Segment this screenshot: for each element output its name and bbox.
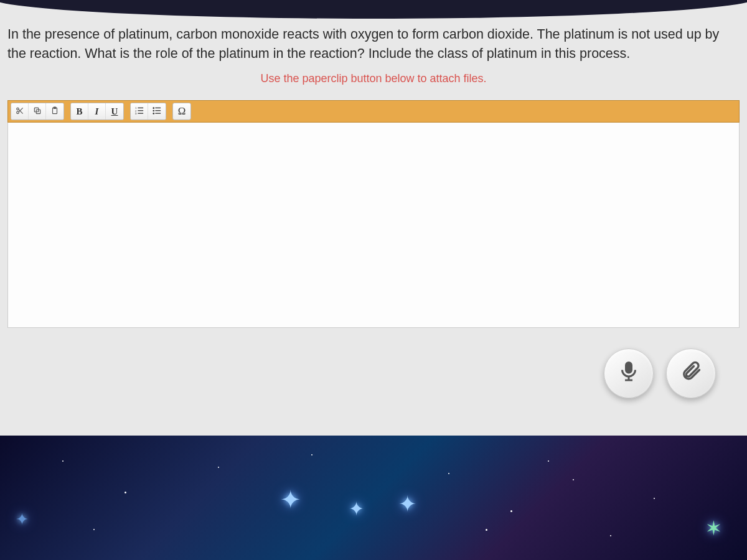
- omega-icon: Ω: [178, 105, 186, 118]
- list-group: 1 2 3: [130, 103, 166, 120]
- desktop-wallpaper: ✦ ✦ ✦ ✦ ✶: [0, 436, 747, 560]
- scissors-icon: [16, 106, 24, 117]
- svg-rect-18: [155, 110, 161, 111]
- copy-button[interactable]: [29, 103, 46, 119]
- microphone-icon: [618, 360, 640, 387]
- attach-hint-text: Use the paperclip button below to attach…: [7, 72, 740, 85]
- svg-rect-17: [155, 108, 161, 108]
- paperclip-icon: [680, 360, 702, 387]
- svg-rect-20: [626, 363, 632, 373]
- special-group: Ω: [172, 103, 191, 120]
- svg-rect-7: [54, 107, 56, 108]
- svg-rect-12: [138, 110, 143, 111]
- editor-textarea[interactable]: [7, 123, 740, 328]
- microphone-button[interactable]: [604, 348, 654, 398]
- answer-editor: B I U 1 2 3: [7, 100, 740, 328]
- unordered-list-icon: [153, 106, 161, 117]
- ordered-list-button[interactable]: 1 2 3: [131, 103, 148, 119]
- format-group: B I U: [70, 103, 124, 120]
- svg-rect-19: [155, 113, 161, 113]
- special-char-button[interactable]: Ω: [173, 103, 190, 119]
- clipboard-group: [11, 103, 64, 120]
- paperclip-button[interactable]: [666, 348, 716, 398]
- svg-point-15: [153, 110, 154, 112]
- attachment-buttons: [604, 348, 716, 398]
- underline-button[interactable]: U: [106, 103, 123, 119]
- unordered-list-button[interactable]: [148, 103, 166, 119]
- svg-point-14: [153, 107, 154, 109]
- italic-button[interactable]: I: [88, 103, 106, 119]
- editor-toolbar: B I U 1 2 3: [7, 100, 740, 123]
- svg-rect-13: [138, 113, 143, 113]
- svg-text:3: 3: [135, 112, 137, 115]
- copy-icon: [33, 106, 42, 117]
- bold-button[interactable]: B: [71, 103, 88, 119]
- paste-button[interactable]: [46, 103, 63, 119]
- svg-point-16: [153, 113, 154, 114]
- clipboard-icon: [50, 106, 59, 117]
- svg-rect-11: [138, 108, 143, 108]
- question-text: In the presence of platinum, carbon mono…: [7, 25, 740, 63]
- ordered-list-icon: 1 2 3: [135, 106, 144, 117]
- cut-button[interactable]: [11, 103, 29, 119]
